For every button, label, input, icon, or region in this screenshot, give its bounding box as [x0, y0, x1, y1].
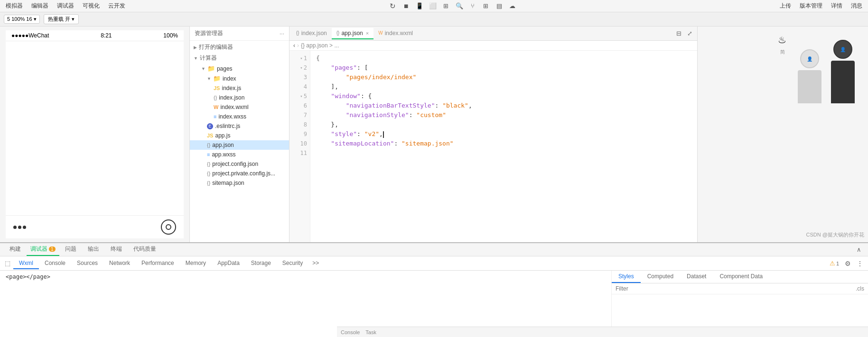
toolbar-phone-icon[interactable]: 📱 [414, 1, 425, 11]
toolbar-search-icon[interactable]: 🔍 [454, 1, 465, 11]
file-tree-more[interactable]: ··· [280, 30, 284, 37]
toolbar-tablet-icon[interactable]: ⬜ [428, 1, 438, 11]
hot-reload-control[interactable]: 热重载 开 ▾ [44, 14, 79, 24]
inner-tab-memory[interactable]: Memory [180, 258, 212, 269]
menu-upload[interactable]: 上传 [780, 2, 791, 10]
menu-version-mgmt[interactable]: 版本管理 [800, 2, 822, 10]
inner-tab-storage[interactable]: Storage [245, 258, 277, 269]
toolbar-stop-icon[interactable]: ⏹ [401, 1, 411, 11]
code-line-5: "window": { [316, 91, 697, 101]
menu-details[interactable]: 详情 [831, 2, 842, 10]
code-line-6: "navigationBarTextStyle": "black", [316, 101, 697, 110]
file-item-project-config[interactable]: {} project.config.json [190, 159, 289, 169]
file-item-app-js[interactable]: JS app.js [190, 131, 289, 140]
code-editor: ▾1 ▾2 3 4 ▾5 6 7 8 9 10 11 { " [289, 51, 697, 242]
toolbar-git-icon[interactable]: ⑂ [467, 1, 478, 11]
toolbar-layout-icon[interactable]: ▤ [494, 1, 504, 11]
menu-cloud-dev[interactable]: 云开发 [108, 2, 125, 10]
warn-count: 1 [836, 261, 839, 266]
pages-label: pages [217, 65, 233, 72]
section-calculator[interactable]: ▼ 计算器 [190, 53, 289, 64]
file-item-sitemap[interactable]: {} sitemap.json [190, 178, 289, 188]
toolbar-grid-icon[interactable]: ⊞ [481, 1, 491, 11]
file-item-project-private[interactable]: {} project.private.config.js... [190, 169, 289, 178]
console-tab-label[interactable]: Console [341, 329, 360, 335]
devtools-tab-debugger[interactable]: 调试器 1 [27, 243, 59, 256]
app-json-label: app.json [212, 142, 233, 148]
index-folder-label: index [223, 75, 236, 82]
styles-tab-component-data[interactable]: Component Data [713, 271, 769, 283]
phone-home-button[interactable] [161, 219, 176, 235]
inner-tab-performance[interactable]: Performance [136, 258, 180, 269]
inner-tab-more[interactable]: >> [308, 258, 323, 269]
file-item-app-json[interactable]: {} app.json [190, 140, 289, 150]
watermark: CSDN @挺大锅的你开花 [806, 231, 864, 238]
nav-back-btn[interactable]: ‹ [293, 42, 295, 49]
devtools-tab-terminal[interactable]: 终端 [105, 243, 128, 256]
file-item-eslint[interactable]: E .eslintrc.js [190, 121, 289, 131]
editor-fullscreen-btn[interactable]: ⤢ [684, 29, 695, 38]
file-item-index-wxml[interactable]: W index.wxml [190, 102, 289, 112]
file-item-index-js[interactable]: JS index.js [190, 83, 289, 93]
toolbar-split-icon[interactable]: ⊞ [441, 1, 451, 11]
file-item-pages[interactable]: ▼ 📁 pages [190, 64, 289, 73]
steam-icon-area: ♨ 简 [778, 34, 786, 46]
file-item-index-folder[interactable]: ▼ 📁 index [190, 73, 289, 83]
filter-input[interactable] [616, 285, 854, 292]
zoom-control[interactable]: 5 100% 16 ▾ [4, 15, 40, 24]
file-item-app-wxss[interactable]: ≡ app.wxss [190, 150, 289, 159]
devtools-tab-build[interactable]: 构建 [4, 243, 27, 256]
line-num-5: ▾5 [289, 91, 310, 101]
styles-tab-computed[interactable]: Computed [641, 271, 680, 283]
line-num-2: ▾2 [289, 63, 310, 73]
toolbar-cloud-icon[interactable]: ☁ [507, 1, 518, 11]
styles-tab-styles[interactable]: Styles [612, 271, 641, 283]
devtools-tab-issues[interactable]: 问题 [59, 243, 82, 256]
devtools-inspect-btn[interactable]: ⬚ [2, 258, 13, 269]
eslint-icon: E [207, 123, 213, 129]
tab-index-json[interactable]: {} index.json [291, 28, 332, 39]
inner-tab-console[interactable]: Console [39, 258, 71, 269]
inner-tab-wxml[interactable]: Wxml [13, 258, 39, 269]
right-panel: ♨ 简 👤 👤 CSDN @挺大锅的你开花 [697, 27, 868, 242]
menu-visualize[interactable]: 可视化 [83, 2, 100, 10]
app-wxss-label: app.wxss [212, 151, 235, 158]
tab-app-json[interactable]: {} app.json × [332, 28, 374, 39]
menu-editor[interactable]: 编辑器 [31, 2, 48, 10]
section-open-editors[interactable]: ▶ 打开的编辑器 [190, 42, 289, 53]
index-wxss-icon: ≡ [214, 114, 216, 119]
menu-debugger[interactable]: 调试器 [57, 2, 74, 10]
styles-tab-dataset[interactable]: Dataset [680, 271, 713, 283]
tab-app-json-close[interactable]: × [366, 30, 369, 36]
file-tree-panel: 资源管理器 ··· ▶ 打开的编辑器 ▼ 计算器 ▼ 📁 pages ▼ [190, 27, 289, 242]
devtools-collapse-btn[interactable]: ∧ [854, 245, 864, 254]
devtools-top-bar: 构建 调试器 1 问题 输出 终端 代码质量 ∧ [0, 243, 868, 256]
tab-index-wxml[interactable]: W index.wxml [373, 28, 418, 39]
section-label-open: 打开的编辑器 [199, 43, 233, 51]
menu-simulator[interactable]: 模拟器 [6, 2, 23, 10]
inner-tab-security[interactable]: Security [277, 258, 308, 269]
wxml-page-tag[interactable]: <page></page> [6, 273, 50, 280]
file-item-index-json[interactable]: {} index.json [190, 93, 289, 102]
warn-count-badge[interactable]: ⚠ 1 [827, 259, 842, 268]
devtools-settings-btn[interactable]: ⚙ [842, 259, 854, 268]
code-line-7: "navigationStyle": "custom" [316, 110, 697, 120]
file-item-index-wxss[interactable]: ≡ index.wxss [190, 112, 289, 121]
menu-messages[interactable]: 消息 [851, 2, 862, 10]
tab-index-wxml-icon: W [378, 30, 383, 36]
code-line-1: { [316, 54, 697, 63]
app-json-icon: {} [207, 142, 210, 148]
nav-forward-btn[interactable]: › [297, 42, 299, 49]
filter-cls-btn[interactable]: .cls [856, 285, 864, 292]
inner-tab-sources[interactable]: Sources [71, 258, 103, 269]
devtools-tab-quality[interactable]: 代码质量 [128, 243, 162, 256]
devtools-more-btn[interactable]: ⋮ [854, 259, 866, 268]
file-tree-header: 资源管理器 ··· [190, 27, 289, 41]
code-content[interactable]: { "pages": [ "pages/index/index" ], "win… [310, 51, 697, 242]
toolbar-compile-icon[interactable]: ↻ [388, 1, 398, 11]
inner-tab-network[interactable]: Network [103, 258, 136, 269]
editor-split-btn[interactable]: ⊟ [673, 29, 684, 38]
inner-tab-appdata[interactable]: AppData [212, 258, 245, 269]
devtools-tab-output[interactable]: 输出 [82, 243, 105, 256]
task-tab-label[interactable]: Task [365, 329, 376, 335]
